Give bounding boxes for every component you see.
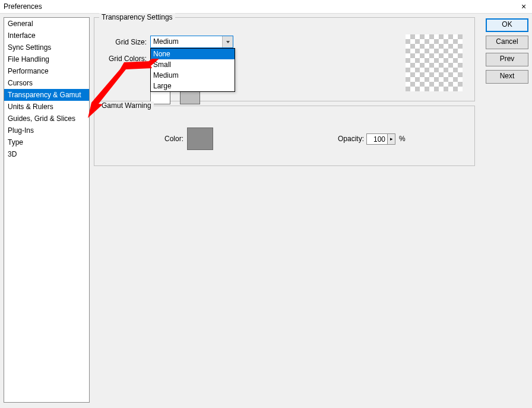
next-button[interactable]: Next: [486, 70, 528, 84]
cancel-button[interactable]: Cancel: [486, 36, 528, 49]
sidebar-item-guides-grid-slices[interactable]: Guides, Grid & Slices: [4, 113, 89, 125]
window-title: Preferences: [4, 2, 42, 11]
sidebar-item-sync-settings[interactable]: Sync Settings: [4, 42, 89, 53]
percent-label: %: [399, 135, 406, 143]
grid-size-dropdown[interactable]: None Small Medium Large: [150, 48, 235, 92]
title-bar: Preferences ×: [0, 0, 532, 13]
grid-colors-row: Grid Colors:: [103, 55, 147, 63]
close-icon[interactable]: ×: [519, 2, 528, 11]
prev-button[interactable]: Prev: [486, 53, 528, 66]
grid-size-value: Medium: [151, 36, 222, 47]
transparency-settings-group: Transparency Settings Grid Size: Medium …: [94, 17, 475, 101]
gamut-color-label: Color:: [94, 135, 187, 143]
grid-size-row: Grid Size: Medium None Small Medium Larg…: [109, 36, 233, 48]
gamut-color-swatch[interactable]: [187, 128, 213, 150]
grid-size-label: Grid Size:: [109, 38, 147, 46]
gamut-opacity-label: Opacity:: [338, 135, 364, 143]
sidebar-item-units-rulers[interactable]: Units & Rulers: [4, 101, 89, 113]
gamut-warning-legend: Gamut Warning: [99, 101, 154, 110]
sidebar-item-plug-ins[interactable]: Plug-Ins: [4, 125, 89, 136]
gamut-warning-group: Gamut Warning Color: Opacity: 100 ▸ %: [94, 106, 475, 166]
transparency-preview: [406, 34, 463, 91]
grid-colors-label: Grid Colors:: [103, 55, 147, 63]
sidebar-item-performance[interactable]: Performance: [4, 65, 89, 77]
transparency-settings-legend: Transparency Settings: [99, 13, 175, 21]
grid-size-option-large[interactable]: Large: [151, 81, 235, 91]
dialog-button-column: OK Cancel Prev Next: [486, 18, 528, 84]
sidebar-item-file-handling[interactable]: File Handling: [4, 53, 89, 65]
gamut-row: Color: Opacity: 100 ▸ %: [94, 128, 474, 150]
preferences-category-list[interactable]: General Interface Sync Settings File Han…: [4, 17, 90, 403]
sidebar-item-cursors[interactable]: Cursors: [4, 77, 89, 89]
grid-size-combobox[interactable]: Medium None Small Medium Large: [150, 36, 233, 48]
grid-size-option-small[interactable]: Small: [151, 59, 235, 70]
chevron-down-icon[interactable]: [222, 36, 233, 47]
ok-button[interactable]: OK: [486, 18, 528, 32]
sidebar-item-transparency-gamut[interactable]: Transparency & Gamut: [4, 89, 89, 101]
sidebar-item-3d[interactable]: 3D: [4, 148, 89, 160]
gamut-opacity-stepper[interactable]: ▸: [387, 133, 395, 145]
sidebar-item-type[interactable]: Type: [4, 136, 89, 148]
sidebar-item-interface[interactable]: Interface: [4, 30, 89, 42]
dialog-body: General Interface Sync Settings File Han…: [0, 13, 532, 408]
sidebar-item-general[interactable]: General: [4, 18, 89, 30]
grid-size-option-none[interactable]: None: [151, 49, 235, 59]
gamut-opacity-input[interactable]: 100: [366, 133, 388, 145]
grid-size-option-medium[interactable]: Medium: [151, 70, 235, 81]
